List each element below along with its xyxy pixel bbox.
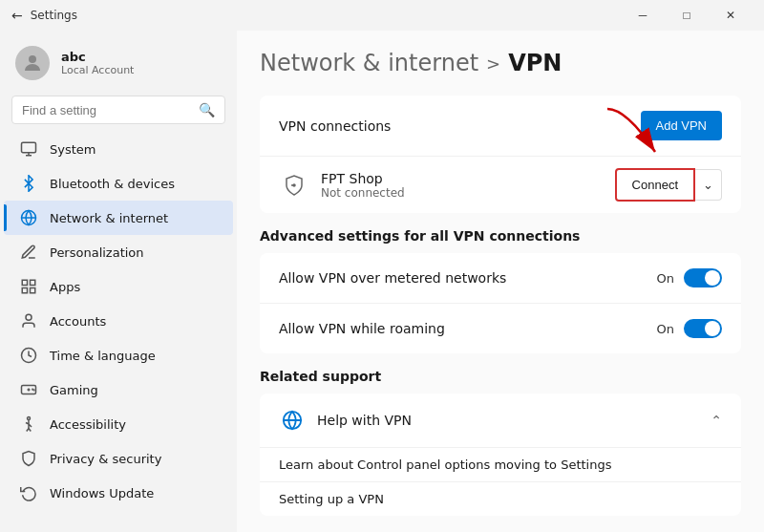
vpn-name: FPT Shop xyxy=(321,171,405,186)
sidebar-item-privacy[interactable]: Privacy & security xyxy=(4,441,233,476)
user-profile[interactable]: abc Local Account xyxy=(0,31,237,92)
gaming-icon xyxy=(19,380,38,399)
sidebar-item-gaming[interactable]: Gaming xyxy=(4,372,233,407)
svg-point-17 xyxy=(28,417,31,420)
roaming-toggle[interactable] xyxy=(684,319,722,338)
user-info: abc Local Account xyxy=(61,50,134,76)
svg-point-20 xyxy=(293,184,295,186)
sidebar-label-privacy: Privacy & security xyxy=(50,452,161,466)
roaming-toggle-value: On xyxy=(657,322,674,336)
sidebar-label-personalization: Personalization xyxy=(50,245,144,260)
avatar xyxy=(15,46,50,80)
metered-toggle-row: On xyxy=(657,268,722,287)
svg-point-16 xyxy=(33,390,34,391)
sidebar-label-network: Network & internet xyxy=(50,211,168,225)
support-link-2[interactable]: Setting up a VPN xyxy=(260,481,741,516)
svg-rect-9 xyxy=(31,288,35,293)
network-icon xyxy=(19,208,38,227)
advanced-settings-card: Allow VPN over metered networks On Allow… xyxy=(260,253,741,353)
time-icon xyxy=(19,346,38,365)
breadcrumb-parent[interactable]: Network & internet xyxy=(260,50,478,76)
system-icon xyxy=(19,139,38,159)
connect-button[interactable]: Connect xyxy=(615,168,695,202)
svg-rect-8 xyxy=(22,288,27,293)
sidebar-label-bluetooth: Bluetooth & devices xyxy=(50,177,175,191)
app-body: abc Local Account 🔍 System xyxy=(0,31,764,532)
search-box[interactable]: 🔍 xyxy=(11,96,225,124)
vpn-status: Not connected xyxy=(321,186,405,200)
minimize-button[interactable]: ─ xyxy=(621,0,665,31)
help-vpn-icon xyxy=(279,407,306,434)
personalization-icon xyxy=(19,243,38,262)
vpn-entry-info: FPT Shop Not connected xyxy=(321,171,405,200)
accounts-icon xyxy=(19,311,38,330)
support-link-1[interactable]: Learn about Control panel options moving… xyxy=(260,447,741,481)
help-vpn-row[interactable]: Help with VPN ⌃ xyxy=(260,394,741,447)
advanced-settings-heading: Advanced settings for all VPN connection… xyxy=(260,228,741,244)
metered-toggle[interactable] xyxy=(684,268,722,287)
privacy-icon xyxy=(19,449,38,468)
sidebar-item-network[interactable]: Network & internet xyxy=(4,201,233,235)
breadcrumb-current: VPN xyxy=(508,50,562,76)
apps-icon xyxy=(19,277,38,296)
sidebar-item-accessibility[interactable]: Accessibility xyxy=(4,407,233,441)
vpn-entry-left: FPT Shop Not connected xyxy=(279,170,405,201)
sidebar-item-bluetooth[interactable]: Bluetooth & devices xyxy=(4,166,233,201)
bluetooth-icon xyxy=(19,174,38,193)
chevron-up-icon: ⌃ xyxy=(711,413,722,428)
title-bar: ← Settings ─ □ ✕ xyxy=(0,0,764,31)
help-vpn-left: Help with VPN xyxy=(279,407,412,434)
user-name: abc xyxy=(61,50,134,64)
windows-update-icon xyxy=(19,483,38,502)
add-vpn-button[interactable]: Add VPN xyxy=(641,111,722,140)
settings-row-roaming: Allow VPN while roaming On xyxy=(260,303,741,353)
roaming-label: Allow VPN while roaming xyxy=(279,321,445,336)
back-arrow[interactable]: ← xyxy=(11,8,23,23)
svg-rect-6 xyxy=(22,280,27,285)
sidebar-label-gaming: Gaming xyxy=(50,383,98,397)
sidebar-item-personalization[interactable]: Personalization xyxy=(4,235,233,269)
breadcrumb-separator: > xyxy=(486,53,500,74)
breadcrumb: Network & internet > VPN xyxy=(260,50,741,76)
sidebar: abc Local Account 🔍 System xyxy=(0,31,237,532)
sidebar-label-accessibility: Accessibility xyxy=(50,417,126,432)
vpn-connections-label: VPN connections xyxy=(279,118,391,134)
search-input[interactable] xyxy=(22,103,191,117)
sidebar-item-system[interactable]: System xyxy=(4,132,233,166)
sidebar-item-accounts[interactable]: Accounts xyxy=(4,304,233,338)
roaming-toggle-row: On xyxy=(657,319,722,338)
metered-label: Allow VPN over metered networks xyxy=(279,270,506,286)
svg-rect-7 xyxy=(31,280,35,285)
sidebar-label-windows-update: Windows Update xyxy=(50,486,154,500)
vpn-expand-button[interactable]: ⌄ xyxy=(695,169,722,201)
help-vpn-label: Help with VPN xyxy=(317,413,412,428)
sidebar-label-time: Time & language xyxy=(50,349,156,363)
svg-point-15 xyxy=(32,389,33,390)
close-button[interactable]: ✕ xyxy=(709,0,753,31)
related-support-card: Help with VPN ⌃ Learn about Control pane… xyxy=(260,394,741,516)
vpn-entry-right: Connect ⌄ xyxy=(615,168,722,202)
vpn-entry: FPT Shop Not connected Connect ⌄ xyxy=(260,156,741,213)
main-content: Network & internet > VPN VPN connections… xyxy=(237,31,764,532)
sidebar-item-time[interactable]: Time & language xyxy=(4,338,233,372)
accessibility-icon xyxy=(19,415,38,434)
sidebar-label-system: System xyxy=(50,142,96,157)
vpn-shield-icon xyxy=(279,170,309,201)
related-support-heading: Related support xyxy=(260,369,741,384)
user-type: Local Account xyxy=(61,64,134,76)
maximize-button[interactable]: □ xyxy=(665,0,709,31)
search-icon: 🔍 xyxy=(199,102,215,117)
sidebar-item-windows-update[interactable]: Windows Update xyxy=(4,476,233,510)
metered-toggle-value: On xyxy=(657,271,674,286)
svg-point-10 xyxy=(26,314,32,320)
sidebar-label-apps: Apps xyxy=(50,280,80,294)
window-controls: ─ □ ✕ xyxy=(621,0,753,31)
vpn-connections-row: VPN connections Add VPN xyxy=(260,96,741,156)
vpn-connections-card: VPN connections Add VPN xyxy=(260,96,741,213)
svg-point-0 xyxy=(29,55,36,63)
app-title: Settings xyxy=(31,9,77,22)
svg-rect-1 xyxy=(22,142,36,153)
settings-row-metered: Allow VPN over metered networks On xyxy=(260,253,741,303)
sidebar-item-apps[interactable]: Apps xyxy=(4,269,233,304)
sidebar-label-accounts: Accounts xyxy=(50,314,106,329)
